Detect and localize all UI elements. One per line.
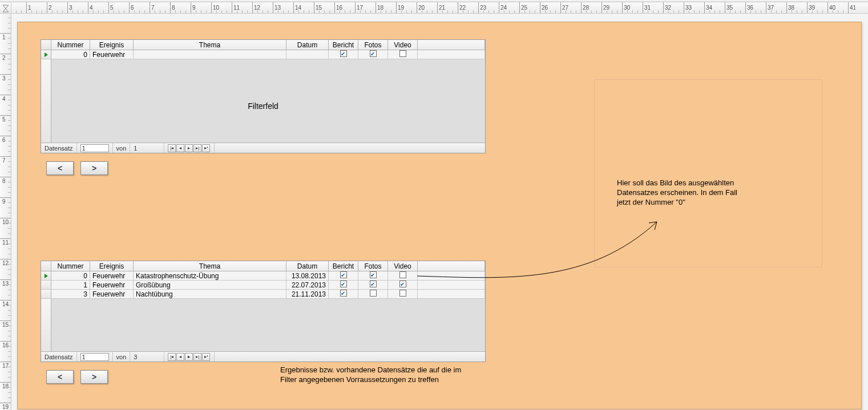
horizontal-ruler: 1234567891011121314151617181920212223242… — [0, 2, 868, 14]
form-page-background: Nummer Ereignis Thema Datum Bericht Foto… — [17, 22, 862, 409]
hourglass-icon — [2, 5, 10, 13]
ruler-origin-corner — [0, 2, 11, 13]
annotation-arrow-icon — [18, 22, 862, 410]
vertical-ruler: 12345678910111213141516171819 — [0, 14, 11, 410]
form-design-canvas[interactable]: Nummer Ereignis Thema Datum Bericht Foto… — [11, 14, 868, 410]
